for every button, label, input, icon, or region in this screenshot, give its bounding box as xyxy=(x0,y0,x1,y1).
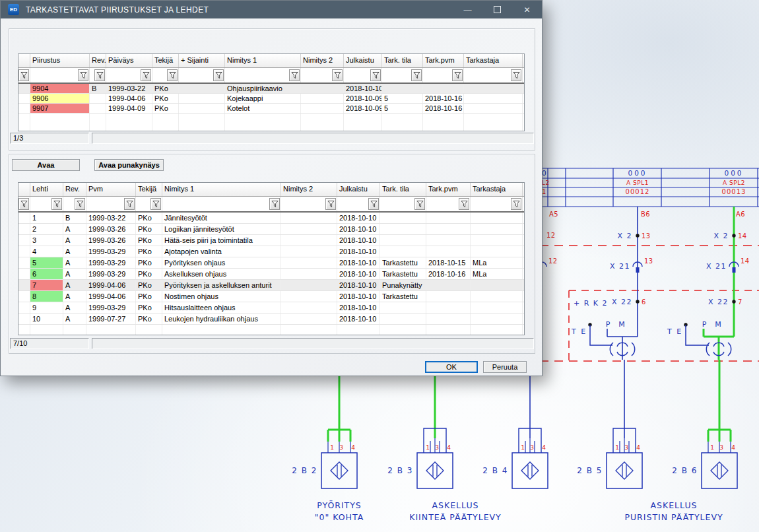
sheet-row[interactable]: 7A1999-04-06PKoPyörityksen ja askellukse… xyxy=(18,280,524,291)
filter-input[interactable] xyxy=(64,199,73,209)
filter-button[interactable] xyxy=(18,198,29,210)
filter-button[interactable] xyxy=(141,69,151,81)
dialog-title: TARKASTETTAVAT PIIRUSTUKSET JA LEHDET xyxy=(26,5,453,15)
filter-button[interactable] xyxy=(213,69,224,81)
table-cell xyxy=(179,104,225,113)
svg-text:0: 0 xyxy=(542,169,548,177)
table-cell: A xyxy=(63,224,86,234)
cancel-button[interactable]: Peruuta xyxy=(483,361,527,373)
filter-input[interactable] xyxy=(90,71,93,80)
filter-button[interactable] xyxy=(325,198,336,210)
table-cell xyxy=(18,94,30,103)
drawing-row[interactable]: 9904B1999-03-22PKoOhjauspiirikaavio2018-… xyxy=(18,84,524,94)
filter-input[interactable] xyxy=(381,199,413,209)
ok-button[interactable]: OK xyxy=(425,361,478,373)
table-cell xyxy=(301,84,344,93)
filter-button[interactable] xyxy=(94,69,105,81)
table-cell: 1999-03-29 xyxy=(86,257,136,268)
table-cell: 2018-10-16 xyxy=(423,104,464,113)
table-cell: Kojekaappi xyxy=(225,94,301,103)
filter-button[interactable] xyxy=(150,198,161,210)
minimize-button[interactable]: — xyxy=(453,1,482,18)
svg-text:X 22: X 22 xyxy=(612,298,632,306)
filter-button[interactable] xyxy=(511,69,521,81)
drawing-row[interactable]: 99061999-04-06PKoKojekaappi2018-10-09520… xyxy=(18,94,524,104)
table-cell: 8 xyxy=(30,291,63,302)
filter-input[interactable] xyxy=(427,199,457,209)
table-cell: Logiikan jännitesyötöt xyxy=(162,224,281,234)
table-cell xyxy=(281,246,337,257)
sheet-row[interactable]: 6A1999-03-29PKoAskelluksen ohjaus2018-10… xyxy=(18,269,524,280)
filter-input[interactable] xyxy=(383,71,410,80)
drawing-row[interactable]: 99071999-04-09PKoKotelot2018-10-0952018-… xyxy=(18,104,524,114)
filter-button[interactable] xyxy=(124,198,135,210)
filter-input[interactable] xyxy=(471,199,510,209)
table-cell xyxy=(426,314,471,324)
table-cell xyxy=(426,246,471,257)
filter-button[interactable] xyxy=(368,198,379,210)
filter-input[interactable] xyxy=(31,199,50,209)
filter-input[interactable] xyxy=(31,71,77,80)
filter-button[interactable] xyxy=(78,69,88,81)
filter-button[interactable] xyxy=(452,69,463,81)
filter-button[interactable] xyxy=(370,69,381,81)
table-cell xyxy=(18,104,30,113)
sheet-row[interactable]: 4A1999-03-29PKoAjotapojen valinta2018-10… xyxy=(18,246,524,257)
table-cell xyxy=(426,302,471,313)
column-header: Piirustus xyxy=(30,54,90,67)
table-cell xyxy=(18,302,30,313)
filter-input[interactable] xyxy=(180,71,212,80)
sheet-row[interactable]: 3A1999-03-26PKoHätä-seis piiri ja toimin… xyxy=(18,235,524,246)
sheet-row[interactable]: 5A1999-03-29PKoPyörityksen ohjaus2018-10… xyxy=(18,257,524,269)
svg-text:1: 1 xyxy=(542,188,546,195)
filter-input[interactable] xyxy=(282,199,324,209)
sheet-row[interactable]: 2A1999-03-26PKoLogiikan jännitesyötöt201… xyxy=(18,224,524,235)
filter-input[interactable] xyxy=(465,71,510,80)
table-cell: PKo xyxy=(136,314,162,324)
svg-text:B6: B6 xyxy=(641,211,650,218)
filter-input[interactable] xyxy=(107,71,139,80)
filter-button[interactable] xyxy=(332,69,343,81)
filter-button[interactable] xyxy=(269,198,280,210)
filter-input[interactable] xyxy=(302,71,331,80)
filter-button[interactable] xyxy=(289,69,300,81)
sheet-row[interactable]: 1B1999-03-22PKoJännitesyötöt2018-10-10 xyxy=(18,213,524,224)
filter-button[interactable] xyxy=(75,198,85,210)
svg-text:ASKELLUS: ASKELLUS xyxy=(432,500,479,510)
table-cell: 2018-10-10 xyxy=(337,302,380,313)
filter-input[interactable] xyxy=(87,199,123,209)
filter-funnel-icon xyxy=(215,71,222,79)
filter-button[interactable] xyxy=(167,69,178,81)
open-redline-button[interactable]: Avaa punakynäys xyxy=(94,159,164,171)
filter-cell xyxy=(225,68,301,83)
open-button[interactable]: Avaa xyxy=(12,159,80,171)
filter-input[interactable] xyxy=(137,199,149,209)
table-cell: 2018-10-16 xyxy=(423,94,464,103)
table-cell xyxy=(301,104,344,113)
filter-button[interactable] xyxy=(411,69,422,81)
table-cell: A xyxy=(63,235,86,246)
filter-input[interactable] xyxy=(424,71,451,80)
table-cell: 2018-10-09 xyxy=(344,94,382,103)
sheet-row[interactable]: 10A1999-07-27PKoLeukojen hydrauliikan oh… xyxy=(18,314,524,325)
filter-input[interactable] xyxy=(153,71,166,80)
filter-button[interactable] xyxy=(459,198,469,210)
sheet-row[interactable]: 9A1999-03-29PKoHitsauslaitteen ohjaus201… xyxy=(18,302,524,314)
maximize-button[interactable] xyxy=(482,1,512,18)
filter-button[interactable] xyxy=(51,198,62,210)
filter-input[interactable] xyxy=(345,71,369,80)
svg-text:X 2: X 2 xyxy=(713,232,729,240)
dialog-titlebar[interactable]: ED TARKASTETTAVAT PIIRUSTUKSET JA LEHDET… xyxy=(1,1,542,18)
svg-text:000: 000 xyxy=(724,169,743,177)
filter-cell xyxy=(162,197,281,211)
filter-input[interactable] xyxy=(163,199,268,209)
sheet-row[interactable]: 8A1999-04-06PKoNostimen ohjaus2018-10-10… xyxy=(18,291,524,302)
filter-input[interactable] xyxy=(226,71,288,80)
filter-button[interactable] xyxy=(18,69,29,81)
filter-button[interactable] xyxy=(414,198,425,210)
close-button[interactable]: ✕ xyxy=(512,1,542,18)
table-filler xyxy=(18,325,524,335)
filter-button[interactable] xyxy=(511,198,521,210)
filter-input[interactable] xyxy=(338,199,367,209)
svg-text:1: 1 xyxy=(426,444,430,451)
